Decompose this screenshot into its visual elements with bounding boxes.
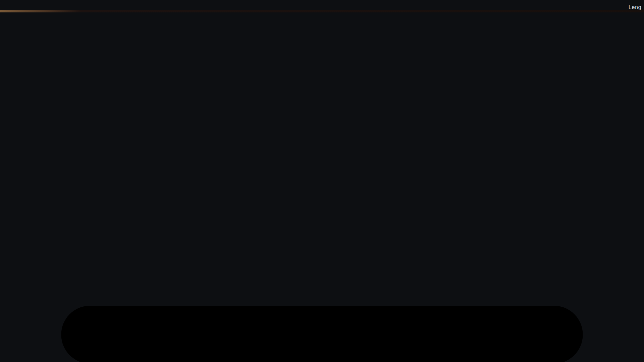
wallpaper-floor bbox=[0, 360, 644, 362]
col-length: Leng bbox=[628, 4, 641, 10]
desktop: SwarselSystems Frankfurter Aale [01:38/0… bbox=[0, 0, 644, 362]
workspace-一[interactable] bbox=[0, 0, 644, 362]
workspace-switcher bbox=[0, 0, 644, 362]
status-bar: SwarselSystems Frankfurter Aale [01:38/0… bbox=[0, 0, 644, 362]
wallpaper-strip bbox=[0, 10, 644, 12]
